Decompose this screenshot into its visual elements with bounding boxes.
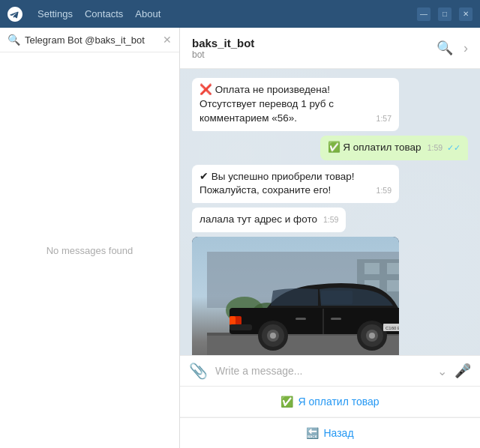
- message-text: ✅ Я оплатил товар: [328, 142, 422, 153]
- car-image: C160 EKB: [192, 237, 399, 355]
- minimize-button[interactable]: —: [417, 7, 430, 21]
- chat-header-info: baks_it_bot bot: [192, 37, 436, 60]
- attach-icon[interactable]: 📎: [189, 362, 208, 380]
- messages-area: ❌ Оплата не произведена!Отсутствует пере…: [180, 69, 480, 355]
- message-time: 1:59 ✓✓: [428, 144, 460, 152]
- svg-text:C160 EKB: C160 EKB: [386, 326, 399, 330]
- titlebar: Settings Contacts About — □ ✕: [0, 0, 480, 28]
- svg-rect-30: [296, 318, 306, 320]
- quick-reply-paid-emoji: ✅: [280, 396, 293, 408]
- chat-header-actions: 🔍 ›: [436, 40, 468, 56]
- search-input[interactable]: [25, 34, 158, 46]
- message-bubble: ❌ Оплата не произведена!Отсутствует пере…: [192, 78, 399, 131]
- message-text: ✔ Вы успешно приобрели товар! Пожалуйста…: [200, 171, 355, 196]
- svg-rect-29: [331, 318, 341, 320]
- message-time: 1:59: [376, 187, 392, 195]
- microphone-icon[interactable]: 🎤: [454, 363, 471, 379]
- read-check-icon: ✓✓: [447, 143, 460, 152]
- scroll-down-icon[interactable]: ⌄: [437, 364, 447, 378]
- message-bubble: лалала тут адрес и фото 1:59: [192, 208, 346, 232]
- svg-rect-17: [230, 316, 236, 325]
- close-button[interactable]: ✕: [459, 7, 472, 21]
- input-area: 📎 ⌄ 🎤: [180, 355, 480, 386]
- chat-name: baks_it_bot: [192, 37, 436, 49]
- svg-rect-5: [387, 263, 399, 274]
- titlebar-menu: Settings Contacts About: [38, 8, 160, 19]
- search-icon: 🔍: [8, 34, 20, 46]
- quick-reply-back-emoji: 🔙: [306, 427, 319, 439]
- sidebar: 🔍 ✕ No messages found: [0, 28, 180, 448]
- message-row: лалала тут адрес и фото 1:59: [192, 208, 468, 232]
- telegram-icon: [8, 7, 22, 22]
- message-row: C160 EKB: [192, 237, 468, 355]
- chat-panel: baks_it_bot bot 🔍 › ❌ Оплата не произвед…: [180, 28, 480, 448]
- quick-reply-paid-button[interactable]: ✅ Я оплатил товар: [180, 386, 480, 417]
- message-text: лалала тут адрес и фото: [200, 214, 317, 225]
- more-options-icon[interactable]: ›: [464, 40, 468, 56]
- message-bubble: ✔ Вы успешно приобрели товар! Пожалуйста…: [192, 165, 399, 204]
- app-body: 🔍 ✕ No messages found baks_it_bot bot 🔍 …: [0, 28, 480, 448]
- message-bubble: ✅ Я оплатил товар 1:59 ✓✓: [320, 136, 468, 160]
- window-controls: — □ ✕: [417, 7, 472, 21]
- chat-header: baks_it_bot bot 🔍 ›: [180, 28, 480, 69]
- no-messages-label: No messages found: [0, 52, 179, 448]
- search-bar: 🔍 ✕: [0, 28, 179, 52]
- message-time: 1:59: [323, 216, 338, 224]
- svg-rect-8: [387, 280, 399, 291]
- svg-rect-13: [321, 291, 352, 304]
- quick-reply-back-button[interactable]: 🔙 Назад: [180, 417, 480, 448]
- menu-settings[interactable]: Settings: [38, 8, 73, 19]
- svg-point-27: [369, 333, 375, 339]
- svg-point-23: [270, 333, 276, 339]
- svg-rect-4: [364, 263, 380, 274]
- message-row: ❌ Оплата не произведена!Отсутствует пере…: [192, 78, 468, 131]
- message-row: ✅ Я оплатил товар 1:59 ✓✓: [192, 136, 468, 160]
- chat-status: bot: [192, 49, 436, 60]
- car-illustration: C160 EKB: [207, 252, 399, 355]
- svg-rect-19: [230, 324, 252, 330]
- search-chat-icon[interactable]: 🔍: [436, 40, 453, 56]
- menu-about[interactable]: About: [135, 8, 160, 19]
- quick-reply-back-label: Назад: [323, 427, 353, 439]
- quick-reply-paid-label: Я оплатил товар: [298, 396, 379, 408]
- message-time: 1:57: [376, 115, 392, 123]
- search-clear-icon[interactable]: ✕: [163, 34, 172, 46]
- message-input[interactable]: [215, 365, 430, 377]
- quick-replies: ✅ Я оплатил товар 🔙 Назад: [180, 386, 480, 448]
- message-text: ❌ Оплата не произведена!Отсутствует пере…: [200, 84, 334, 124]
- car-image-bubble: C160 EKB: [192, 237, 399, 355]
- message-row: ✔ Вы успешно приобрели товар! Пожалуйста…: [192, 165, 468, 204]
- menu-contacts[interactable]: Contacts: [85, 8, 123, 19]
- maximize-button[interactable]: □: [438, 7, 452, 21]
